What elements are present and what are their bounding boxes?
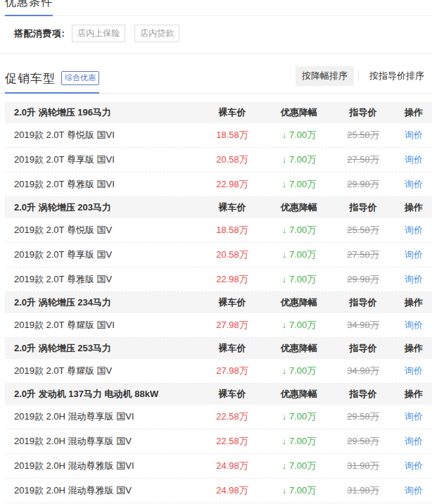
discount-amount: ↓ 7.00万 <box>267 484 331 497</box>
sort-divider <box>358 71 359 81</box>
inquiry-link[interactable]: 询价 <box>405 436 423 446</box>
discount-amount: ↓ 7.00万 <box>267 273 331 286</box>
col-header-bare-price: 裸车价 <box>197 296 267 309</box>
promo-table: 2.0升 涡轮增压 196马力裸车价优惠降幅指导价操作2019款 2.0T 尊悦… <box>5 102 432 504</box>
action-cell: 询价 <box>395 460 432 472</box>
col-header-discount: 优惠降幅 <box>267 388 331 401</box>
inquiry-link[interactable]: 询价 <box>405 274 423 284</box>
consume-option-loan[interactable]: 店内贷款 <box>134 25 179 42</box>
action-cell: 询价 <box>395 319 432 332</box>
model-name: 2019款 2.0T 尊享版 国VI <box>5 153 197 166</box>
inquiry-link[interactable]: 询价 <box>405 485 423 496</box>
inquiry-link[interactable]: 询价 <box>405 460 423 471</box>
inquiry-link[interactable]: 询价 <box>405 130 423 140</box>
sort-by-guide-price-button[interactable]: 按指导价排序 <box>363 66 431 86</box>
table-row: 2019款 2.0T 尊享版 国V20.58万↓ 7.00万27.58万询价 <box>5 243 432 267</box>
col-header-discount: 优惠降幅 <box>267 106 331 119</box>
discount-amount: ↓ 7.00万 <box>267 460 331 472</box>
bare-price: 24.98万 <box>197 484 267 497</box>
model-name: 2019款 2.0H 混动尊享版 国V <box>5 435 197 448</box>
promo-title: 促销车型 <box>5 72 56 85</box>
bare-price: 24.98万 <box>197 460 267 472</box>
inquiry-link[interactable]: 询价 <box>405 154 423 165</box>
bare-price: 18.58万 <box>197 129 267 141</box>
inquiry-link[interactable]: 询价 <box>405 365 423 376</box>
guide-price: 25.58万 <box>331 129 395 141</box>
consume-option-insurance[interactable]: 店内上保险 <box>72 25 125 42</box>
bare-price: 22.98万 <box>197 178 267 191</box>
action-cell: 询价 <box>395 410 432 423</box>
guide-price: 27.58万 <box>331 153 395 166</box>
discount-amount: ↓ 7.00万 <box>267 224 331 237</box>
group-name: 2.0升 涡轮增压 203马力 <box>5 201 197 214</box>
table-row: 2019款 2.0T 尊耀版 国V27.98万↓ 7.00万34.98万询价 <box>5 359 432 384</box>
model-name: 2019款 2.0T 尊耀版 国V <box>5 365 197 377</box>
model-name: 2019款 2.0T 尊耀版 国VI <box>5 319 197 332</box>
col-header-guide-price: 指导价 <box>331 388 395 401</box>
action-cell: 询价 <box>395 129 432 141</box>
conditions-section-head: 优惠条件 <box>0 0 432 16</box>
down-arrow-icon: ↓ <box>282 225 289 235</box>
guide-price: 34.98万 <box>331 365 395 377</box>
col-header-bare-price: 裸车价 <box>197 388 267 401</box>
model-name: 2019款 2.0T 尊雅版 国VI <box>5 178 197 191</box>
discount-amount: ↓ 7.00万 <box>267 153 331 166</box>
tab-conditions: 优惠条件 <box>5 0 53 16</box>
col-header-discount: 优惠降幅 <box>267 201 331 214</box>
table-row: 2019款 2.0H 混动尊雅版 国V24.98万↓ 7.00万31.98万询价 <box>5 479 432 503</box>
bare-price: 22.98万 <box>197 273 267 286</box>
inquiry-link[interactable]: 询价 <box>405 225 423 235</box>
bare-price: 22.58万 <box>197 435 267 448</box>
sort-by-drop-button[interactable]: 按降幅排序 <box>296 66 354 86</box>
promo-price-page: 优惠条件 搭配消费项: 店内上保险 店内贷款 促销车型综合优惠 按降幅排序 按指… <box>0 0 432 504</box>
model-name: 2019款 2.0H 混动尊享版 国VI <box>5 410 197 423</box>
col-header-guide-price: 指导价 <box>331 106 395 119</box>
col-header-action: 操作 <box>395 342 432 355</box>
down-arrow-icon: ↓ <box>282 485 289 496</box>
inquiry-link[interactable]: 询价 <box>405 411 423 422</box>
down-arrow-icon: ↓ <box>282 130 289 140</box>
group-header: 2.0升 涡轮增压 196马力裸车价优惠降幅指导价操作 <box>5 102 432 123</box>
group-header: 2.0升 涡轮增压 203马力裸车价优惠降幅指导价操作 <box>5 197 432 218</box>
guide-price: 29.98万 <box>331 178 395 191</box>
discount-amount: ↓ 7.00万 <box>267 129 331 141</box>
tab-promo-models: 促销车型综合优惠 <box>5 70 99 94</box>
col-header-action: 操作 <box>395 296 432 309</box>
promo-section-head: 促销车型综合优惠 按降幅排序 按指导价排序 <box>0 66 432 94</box>
inquiry-link[interactable]: 询价 <box>405 249 423 260</box>
inquiry-link[interactable]: 询价 <box>405 179 423 189</box>
group-name: 2.0升 涡轮增压 196马力 <box>5 106 197 119</box>
combined-discount-badge: 综合优惠 <box>61 71 99 85</box>
col-header-bare-price: 裸车价 <box>197 201 267 214</box>
group-name: 2.0升 涡轮增压 234马力 <box>5 296 197 309</box>
group-name: 2.0升 涡轮增压 253马力 <box>5 342 197 355</box>
table-row: 2019款 2.0H 混动尊雅版 国VI24.98万↓ 7.00万31.98万询… <box>5 454 432 479</box>
col-header-action: 操作 <box>395 106 432 119</box>
discount-amount: ↓ 7.00万 <box>267 410 331 423</box>
table-row: 2019款 2.0H 混动尊享版 国V22.58万↓ 7.00万29.58万询价 <box>5 429 432 454</box>
group-header: 2.0升 涡轮增压 253马力裸车价优惠降幅指导价操作 <box>5 338 432 359</box>
guide-price: 27.58万 <box>331 248 395 261</box>
discount-amount: ↓ 7.00万 <box>267 248 331 261</box>
col-header-guide-price: 指导价 <box>331 342 395 355</box>
table-row: 2019款 2.0T 尊享版 国VI20.58万↓ 7.00万27.58万询价 <box>5 148 432 172</box>
table-row: 2019款 2.0T 尊雅版 国V22.98万↓ 7.00万29.98万询价 <box>5 267 432 292</box>
bare-price: 27.98万 <box>197 319 267 332</box>
group-header: 2.0升 发动机 137马力 电动机 88kW裸车价优惠降幅指导价操作 <box>5 384 432 405</box>
table-row: 2019款 2.0T 尊雅版 国VI22.98万↓ 7.00万29.98万询价 <box>5 172 432 197</box>
guide-price: 29.98万 <box>331 273 395 286</box>
inquiry-link[interactable]: 询价 <box>405 320 423 330</box>
discount-amount: ↓ 7.00万 <box>267 435 331 448</box>
down-arrow-icon: ↓ <box>282 436 289 446</box>
down-arrow-icon: ↓ <box>282 274 289 284</box>
col-header-action: 操作 <box>395 388 432 401</box>
bare-price: 20.58万 <box>197 153 267 166</box>
group-name: 2.0升 发动机 137马力 电动机 88kW <box>5 388 197 401</box>
bare-price: 22.58万 <box>197 410 267 423</box>
action-cell: 询价 <box>395 178 432 191</box>
guide-price: 31.98万 <box>331 484 395 497</box>
down-arrow-icon: ↓ <box>282 460 289 471</box>
down-arrow-icon: ↓ <box>282 249 289 260</box>
model-name: 2019款 2.0T 尊悦版 国VI <box>5 129 197 141</box>
bare-price: 18.58万 <box>197 224 267 237</box>
